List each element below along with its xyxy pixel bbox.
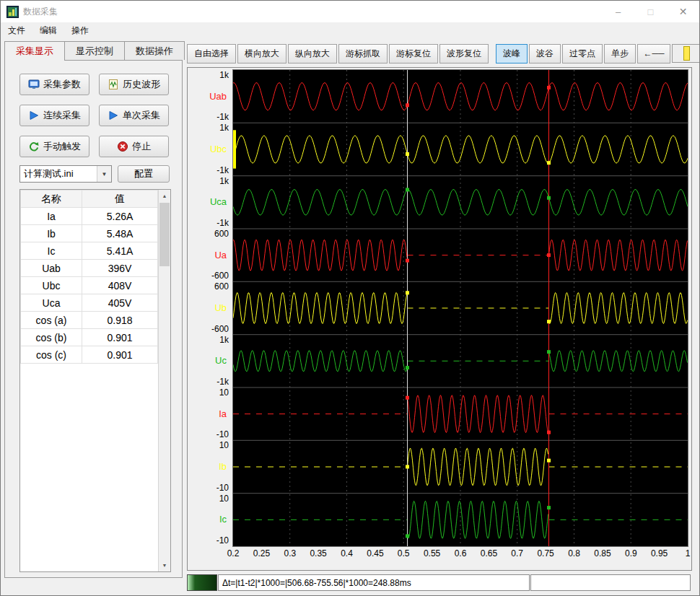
peak-toggle[interactable]: 波峰	[496, 44, 528, 63]
button-label: 手动触发	[43, 140, 81, 153]
table-row: Ib5.48A	[21, 225, 158, 242]
scrollbar-thumb[interactable]	[159, 203, 170, 266]
table-scrollbar[interactable]: ▲ ▼	[158, 190, 170, 571]
step-left-button[interactable]: ←──	[637, 44, 670, 63]
stop-icon	[117, 141, 128, 152]
scale-max-label: 1k	[219, 70, 229, 80]
close-button[interactable]: ✕	[667, 1, 699, 22]
single-capture-button[interactable]: 单次采集	[99, 105, 169, 126]
tab-capture-display[interactable]: 采集显示	[4, 41, 65, 61]
table-row: Ubc408V	[21, 277, 158, 294]
history-waveform-icon	[108, 79, 119, 90]
button-label: 历史波形	[123, 78, 160, 91]
config-file-select[interactable]: 计算测试.ini ▼	[19, 165, 112, 183]
button-label: 连续采集	[43, 109, 81, 122]
param-name-cell: cos (a)	[21, 312, 82, 329]
scale-min-label: -1k	[216, 218, 229, 228]
scroll-down-icon[interactable]: ▼	[159, 559, 170, 571]
left-panel: 采集参数 历史波形 连续采集	[4, 60, 183, 578]
v-zoom-button[interactable]: 纵向放大	[288, 44, 337, 63]
titlebar: 数据采集 – □ ✕	[1, 1, 699, 22]
time-axis-labels: 0.20.250.30.350.40.450.50.550.60.650.70.…	[233, 548, 691, 560]
table-row: cos (b)0.901	[21, 329, 158, 346]
time-tick-label: 0.4	[341, 548, 353, 558]
time-tick-label: 0.45	[367, 548, 383, 558]
single-step-toggle[interactable]: 单步	[604, 44, 636, 63]
menu-operate[interactable]: 操作	[64, 22, 96, 39]
scale-max-label: 1k	[219, 176, 229, 186]
param-value-cell: 396V	[82, 260, 158, 277]
param-name-cell: Ia	[21, 208, 82, 225]
scale-min-label: -600	[211, 324, 229, 334]
time-tick-label: 0.5	[398, 548, 410, 558]
step-slider[interactable]	[672, 44, 700, 63]
aux-status-field	[530, 574, 691, 591]
time-tick-label: 0.9	[625, 548, 637, 558]
play-icon	[108, 110, 119, 121]
table-header-name: 名称	[21, 190, 82, 208]
maximize-button[interactable]: □	[634, 1, 667, 22]
scale-min-label: -10	[216, 535, 229, 545]
slider-thumb[interactable]	[683, 46, 690, 61]
capture-params-button[interactable]: 采集参数	[19, 74, 89, 95]
toolbar-step-group: ←── ──→	[637, 44, 700, 63]
param-value-cell: 0.918	[82, 312, 158, 329]
waveform-reset-button[interactable]: 波形复位	[439, 44, 489, 63]
time-tick-label: 0.35	[310, 548, 326, 558]
stop-button[interactable]: 停止	[99, 136, 169, 157]
menu-file[interactable]: 文件	[1, 22, 32, 39]
trough-toggle[interactable]: 波谷	[529, 44, 561, 63]
channel-name-label: Uc	[215, 355, 227, 366]
history-waveform-button[interactable]: 历史波形	[99, 74, 169, 95]
app-icon	[6, 6, 19, 18]
channel-name-label: Ia	[219, 408, 227, 419]
param-name-cell: cos (b)	[21, 329, 82, 346]
tab-display-control[interactable]: 显示控制	[64, 41, 125, 60]
waveform-panel: 1k-1kUab1k-1kUbc1k-1kUca600-600Ua600-600…	[187, 67, 692, 571]
scroll-up-icon[interactable]: ▲	[159, 190, 170, 202]
chevron-down-icon[interactable]: ▼	[97, 166, 111, 182]
minimize-button[interactable]: –	[602, 1, 634, 22]
play-icon	[28, 110, 40, 121]
time-tick-label: 0.75	[537, 548, 554, 558]
time-tick-label: 0.85	[594, 548, 611, 558]
scale-min-label: -10	[216, 429, 229, 439]
waveform-canvas[interactable]	[233, 70, 688, 546]
waveform-plot[interactable]	[232, 69, 688, 547]
param-name-cell: Uab	[21, 260, 82, 277]
menu-edit[interactable]: 编辑	[32, 22, 64, 39]
waveform-toolbar: 自由选择横向放大纵向放大游标抓取游标复位波形复位 波峰波谷过零点单步 ←── ─…	[187, 43, 692, 63]
table-row: cos (c)0.901	[21, 346, 158, 364]
scale-min-label: -10	[216, 483, 229, 493]
channel-name-label: Ua	[214, 250, 227, 260]
zero-cross-toggle[interactable]: 过零点	[562, 44, 603, 63]
channel-name-label: Ubc	[210, 144, 227, 154]
signal-level-meter	[187, 574, 217, 591]
h-zoom-button[interactable]: 横向放大	[237, 44, 286, 63]
free-select-button[interactable]: 自由选择	[187, 44, 236, 63]
scale-max-label: 600	[214, 229, 229, 239]
scale-max-label: 1k	[219, 335, 229, 345]
scale-max-label: 1k	[219, 123, 229, 133]
scale-max-label: 10	[219, 440, 229, 450]
param-value-cell: 0.901	[82, 346, 158, 364]
tab-data-operation[interactable]: 数据操作	[124, 41, 185, 60]
continuous-capture-button[interactable]: 连续采集	[19, 105, 89, 126]
table-row: Uca405V	[21, 294, 158, 312]
config-file-value: 计算测试.ini	[20, 167, 97, 180]
manual-trigger-button[interactable]: 手动触发	[19, 136, 89, 157]
measurement-table: 名称 值 Ia5.26AIb5.48AIc5.41AUab396VUbc408V…	[19, 189, 171, 572]
button-label: 停止	[132, 140, 151, 153]
param-value-cell: 0.901	[82, 329, 158, 346]
configure-button[interactable]: 配置	[118, 165, 170, 183]
cursor-reset-button[interactable]: 游标复位	[389, 44, 438, 63]
time-tick-label: 0.55	[424, 548, 440, 558]
scale-min-label: -1k	[216, 165, 229, 175]
cursor-grab-button[interactable]: 游标抓取	[338, 44, 388, 63]
channel-name-label: Uca	[210, 196, 227, 207]
time-tick-label: 0.25	[253, 548, 270, 558]
param-value-cell: 5.41A	[82, 242, 158, 260]
table-row: Ia5.26A	[21, 208, 158, 225]
channel-name-label: Ib	[219, 461, 227, 472]
table-row: Uab396V	[21, 260, 158, 277]
